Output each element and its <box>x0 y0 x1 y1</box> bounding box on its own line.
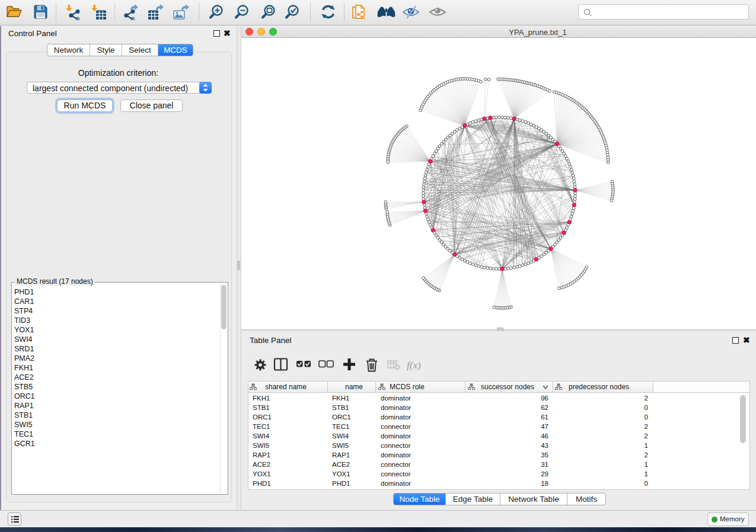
svg-text:f(x): f(x) <box>407 360 421 371</box>
